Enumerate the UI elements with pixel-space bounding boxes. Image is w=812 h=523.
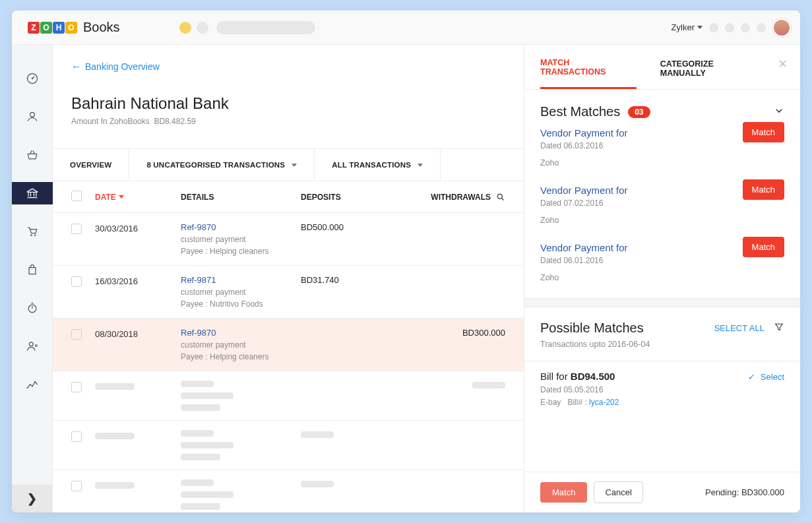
accountant-icon (26, 340, 39, 353)
page-title: Bahrain National Bank (71, 94, 505, 113)
nav-purchases[interactable] (12, 259, 53, 281)
placeholder-bar (216, 21, 315, 34)
row-withdrawal (420, 222, 505, 256)
nav-reports[interactable] (12, 373, 53, 396)
select-all-checkbox[interactable] (71, 191, 82, 201)
match-button[interactable]: Match (743, 122, 784, 142)
nav-accountant[interactable] (12, 335, 53, 357)
table-row[interactable]: 08/30/2018 Ref-9870 customer payment Pay… (53, 319, 524, 371)
bill-link[interactable]: lyca-202 (589, 398, 619, 407)
best-match-item: Vendor Payment for Dated 07.02.2016 Zoho… (540, 177, 784, 234)
avatar[interactable] (772, 18, 791, 37)
nav-banking[interactable] (12, 182, 53, 204)
close-icon[interactable]: × (778, 55, 787, 73)
possible-matches-sub: Transactions upto 2016-06-04 (524, 337, 800, 361)
panel-tab-manual[interactable]: CATEGORIZE MANUALLY (660, 59, 761, 88)
row-checkbox (71, 481, 82, 491)
possible-match-dated: Dated 05.05.2016 (540, 385, 784, 394)
panel-tabs: MATCH TRANSACTIONS CATEGORIZE MANUALLY × (524, 45, 800, 90)
match-who: Zoho (540, 158, 784, 168)
row-ref: Ref-9870 (181, 328, 301, 338)
svg-point-7 (26, 387, 28, 388)
check-icon: ✓ (748, 372, 755, 382)
col-date[interactable]: DATE (95, 193, 181, 202)
placeholder-dot (709, 23, 718, 32)
row-checkbox (71, 431, 82, 442)
svg-point-11 (497, 194, 502, 199)
org-switcher[interactable]: Zylker (671, 22, 703, 32)
sidebar: ❯ (12, 45, 53, 512)
app-window: Z O H O Books Zylker (12, 11, 800, 512)
gauge-icon (26, 72, 39, 85)
col-details[interactable]: DETAILS (181, 193, 301, 202)
row-checkbox[interactable] (71, 276, 82, 287)
logo-text: Books (83, 20, 120, 35)
table-row[interactable]: 30/03/2016 Ref-9870 customer payment Pay… (53, 213, 524, 266)
svg-point-4 (34, 235, 36, 237)
footer-match-button[interactable]: Match (540, 482, 587, 503)
select-link[interactable]: ✓ Select (748, 372, 784, 382)
row-type: customer payment (181, 288, 301, 297)
match-who: Zoho (540, 273, 784, 282)
row-type: customer payment (181, 340, 301, 350)
row-details: Ref-9870 customer payment Payee : Helpin… (181, 222, 301, 256)
possible-matches-title: Possible Matches (540, 321, 644, 336)
best-match-item: Vendor Payment for Dated 06.03.2016 Zoho… (540, 119, 784, 177)
table-header: DATE DETAILS DEPOSITS WITHDRAWALS (53, 181, 524, 213)
match-who: Zoho (540, 216, 784, 225)
panel-tab-match[interactable]: MATCH TRANSACTIONS (540, 58, 637, 89)
best-matches-section: Best Matches 03 Vendor Payment for Dated… (524, 90, 800, 298)
cancel-button[interactable]: Cancel (594, 481, 642, 503)
row-checkbox (71, 382, 82, 392)
table-row[interactable]: 16/03/2016 Ref-9871 customer payment Pay… (53, 266, 524, 319)
tab-all-transactions[interactable]: ALL TRANSACTIONS (315, 149, 441, 181)
tab-overview[interactable]: OVERVIEW (53, 149, 129, 181)
match-button[interactable]: Match (743, 179, 784, 200)
chevron-down-icon (418, 164, 423, 167)
nav-items[interactable] (12, 144, 53, 166)
topbar-right: Zylker (671, 18, 791, 37)
count-badge: 03 (628, 106, 650, 118)
chevron-down-icon (292, 164, 297, 167)
col-deposits[interactable]: DEPOSITS (301, 193, 420, 202)
col-withdrawals[interactable]: WITHDRAWALS (420, 193, 505, 202)
org-name: Zylker (671, 22, 695, 32)
logo-letter: H (53, 22, 65, 34)
row-deposit (301, 328, 420, 361)
best-match-item: Vendor Payment for Dated 06.01.2016 Zoho… (540, 234, 784, 292)
possible-match-item: Bill for BD94.500 Dated 05.05.2016 E-bay… (524, 361, 800, 419)
sidebar-expand[interactable]: ❯ (12, 485, 52, 512)
nav-timer[interactable] (12, 297, 53, 319)
row-checkbox[interactable] (71, 224, 82, 234)
placeholder-dot (757, 23, 766, 32)
nav-dashboard[interactable] (12, 67, 53, 90)
placeholder-dot (197, 22, 208, 34)
logo-letter: Z (28, 22, 40, 34)
nav-sales[interactable] (12, 220, 53, 243)
select-all-link[interactable]: SELECT ALL (714, 323, 765, 333)
match-button[interactable]: Match (743, 237, 784, 257)
person-icon (26, 110, 39, 123)
row-date: 08/30/2018 (95, 328, 181, 361)
row-payee: Payee : Helping cleaners (181, 247, 301, 256)
search-icon[interactable] (496, 193, 505, 202)
chevron-down-icon (697, 26, 703, 29)
tab-uncategorised[interactable]: 8 UNCATEGORISED TRANSACTIONS (129, 149, 315, 181)
match-dated: Dated 06.03.2016 (540, 141, 784, 150)
arrow-left-icon: ← (71, 61, 81, 72)
back-link[interactable]: ← Banking Overview (71, 61, 505, 72)
svg-point-1 (31, 78, 33, 80)
svg-point-9 (32, 386, 33, 387)
row-payee: Payee : Helping cleaners (181, 352, 301, 361)
best-matches-title: Best Matches (540, 104, 620, 119)
best-matches-header[interactable]: Best Matches 03 (540, 104, 784, 119)
panel-footer: Match Cancel Pending: BD300.000 (524, 472, 800, 512)
pending-amount: Pending: BD300.000 (705, 487, 784, 497)
svg-point-2 (30, 112, 34, 117)
page-subtitle: Amount In ZohoBooks BD8.482.59 (71, 117, 505, 126)
filter-icon[interactable] (774, 322, 784, 335)
row-checkbox[interactable] (71, 329, 82, 340)
nav-contacts[interactable] (12, 106, 53, 128)
svg-point-6 (29, 342, 33, 346)
logo-mark: Z O H O (28, 22, 78, 34)
